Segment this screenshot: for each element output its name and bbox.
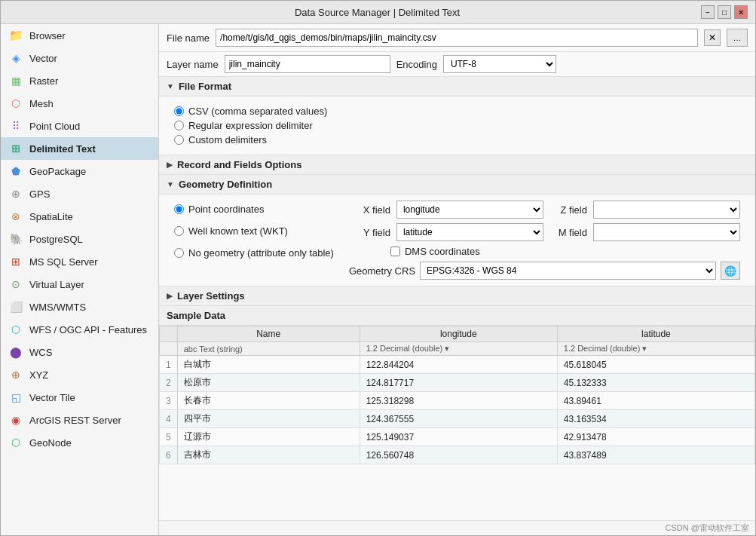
row-num: 6 xyxy=(160,446,178,464)
cell-name: 四平市 xyxy=(177,410,360,428)
cell-latitude: 43.163534 xyxy=(557,410,754,428)
sidebar-item-geonode[interactable]: ⬡GeoNode xyxy=(1,431,158,454)
sidebar-item-browser[interactable]: 📁Browser xyxy=(1,24,158,47)
encoding-select[interactable]: UTF-8 xyxy=(443,55,556,73)
no-geometry-radio[interactable] xyxy=(174,248,184,258)
postgres-icon: 🐘 xyxy=(8,231,23,247)
sidebar-item-pointcloud[interactable]: ⠿Point Cloud xyxy=(1,115,158,137)
col-header-longitude: longitude xyxy=(360,326,557,342)
sidebar-item-spatialite[interactable]: ⊗SpatiaLite xyxy=(1,205,158,228)
csv-radio[interactable] xyxy=(174,106,184,116)
watermark: CSDN @雷动软件工室 xyxy=(159,520,755,535)
col-header-latitude: latitude xyxy=(557,326,754,342)
cell-name: 松原市 xyxy=(177,374,360,392)
close-button[interactable]: ✕ xyxy=(734,5,748,19)
sidebar-item-mssql[interactable]: ⊞MS SQL Server xyxy=(1,250,158,273)
sidebar-item-delimited[interactable]: ⊞Delimited Text xyxy=(1,137,158,160)
geometry-title: Geometry Definition xyxy=(179,179,272,190)
record-fields-title: Record and Fields Options xyxy=(177,159,301,170)
clear-file-button[interactable]: ✕ xyxy=(704,29,721,46)
main-window: Data Source Manager | Delimited Text − □… xyxy=(0,0,756,536)
geometry-content: Point coordinates Well known text (WKT) … xyxy=(159,194,755,286)
title-bar: Data Source Manager | Delimited Text − □… xyxy=(1,1,755,24)
crs-settings-button[interactable]: 🌐 xyxy=(721,262,740,280)
sidebar-item-xyz[interactable]: ⊕XYZ xyxy=(1,363,158,386)
sidebar-item-postgresql[interactable]: 🐘PostgreSQL xyxy=(1,228,158,250)
mssql-icon: ⊞ xyxy=(8,254,23,269)
dms-row: DMS coordinates xyxy=(390,246,740,257)
sidebar-label-geonode: GeoNode xyxy=(29,437,72,449)
regex-radio[interactable] xyxy=(174,121,184,130)
sidebar-item-arcgis[interactable]: ◉ArcGIS REST Server xyxy=(1,409,158,431)
sidebar-item-wfs[interactable]: ⬡WFS / OGC API - Features xyxy=(1,318,158,341)
sidebar-item-geopackage[interactable]: ⬟GeoPackage xyxy=(1,160,158,182)
cell-name: 白城市 xyxy=(177,356,360,374)
wkt-radio[interactable] xyxy=(174,226,184,236)
row-num: 1 xyxy=(160,356,178,374)
delimited-icon: ⊞ xyxy=(8,141,23,156)
cell-latitude: 42.913478 xyxy=(557,428,754,446)
y-field-row: Y field latitude M field xyxy=(349,223,740,241)
sidebar-label-mesh: Mesh xyxy=(29,98,54,109)
nogeom-radio-row: No geometry (attribute only table) xyxy=(174,247,334,259)
record-fields-header[interactable]: ▶ Record and Fields Options xyxy=(159,155,755,175)
sample-data-section: Sample Data Name longitude latitude xyxy=(159,306,755,535)
cell-name: 长春市 xyxy=(177,392,360,410)
geometry-section-header[interactable]: ▼ Geometry Definition xyxy=(159,175,755,194)
file-format-header[interactable]: ▼ File Format xyxy=(159,77,755,96)
sidebar-item-mesh[interactable]: ⬡Mesh xyxy=(1,92,158,115)
layer-name-input[interactable] xyxy=(225,55,390,73)
table-row: 6 吉林市 126.560748 43.837489 xyxy=(160,446,755,464)
cell-longitude: 124.817717 xyxy=(360,374,557,392)
layer-settings-header[interactable]: ▶ Layer Settings xyxy=(159,286,755,306)
record-fields-arrow: ▶ xyxy=(167,161,173,169)
sidebar-label-spatialite: SpatiaLite xyxy=(29,211,73,222)
spatialite-icon: ⊗ xyxy=(8,209,23,224)
point-coords-label: Point coordinates xyxy=(188,204,264,215)
cell-latitude: 45.618045 xyxy=(557,356,754,374)
cell-latitude: 43.837489 xyxy=(557,446,754,464)
sidebar-item-wcs[interactable]: ⬤WCS xyxy=(1,341,158,363)
layer-name-row: Layer name Encoding UTF-8 xyxy=(159,52,755,77)
table-header-row: Name longitude latitude xyxy=(160,326,755,342)
row-num: 3 xyxy=(160,392,178,410)
dms-checkbox[interactable] xyxy=(390,247,400,256)
z-field-select[interactable] xyxy=(593,201,740,219)
layer-name-label: Layer name xyxy=(167,59,219,70)
table-subheader-row: abc Text (string) 1.2 Decimal (double) ▾… xyxy=(160,342,755,356)
y-field-select[interactable]: latitude xyxy=(396,223,543,241)
sidebar-label-delimited: Delimited Text xyxy=(29,143,96,155)
wkt-radio-row: Well known text (WKT) xyxy=(174,225,334,237)
table-row: 5 辽源市 125.149037 42.913478 xyxy=(160,428,755,446)
m-field-select[interactable] xyxy=(593,223,740,241)
custom-delimiter-radio[interactable] xyxy=(174,135,184,145)
point-coords-radio[interactable] xyxy=(174,204,184,214)
browse-file-button[interactable]: … xyxy=(727,29,748,47)
regex-label: Regular expression delimiter xyxy=(188,120,313,131)
sidebar-item-vectortile[interactable]: ◱Vector Tile xyxy=(1,386,158,409)
sidebar-item-virtual[interactable]: ⊙Virtual Layer xyxy=(1,273,158,296)
minimize-button[interactable]: − xyxy=(701,5,715,19)
x-field-row: X field longitude Z field xyxy=(349,201,740,219)
cell-longitude: 125.318298 xyxy=(360,392,557,410)
row-num: 5 xyxy=(160,428,178,446)
col-subheader-longitude: 1.2 Decimal (double) ▾ xyxy=(360,342,557,356)
sidebar-item-vector[interactable]: ◈Vector xyxy=(1,47,158,69)
sample-data-table: Name longitude latitude abc Text (string… xyxy=(159,326,755,464)
sidebar-item-raster[interactable]: ▦Raster xyxy=(1,69,158,92)
maximize-button[interactable]: □ xyxy=(718,5,731,19)
x-field-select[interactable]: longitude xyxy=(396,201,543,219)
crs-select[interactable]: EPSG:4326 - WGS 84 xyxy=(420,262,716,280)
sample-data-table-wrapper[interactable]: Name longitude latitude abc Text (string… xyxy=(159,326,755,520)
sidebar-label-arcgis: ArcGIS REST Server xyxy=(29,415,121,426)
window-controls: − □ ✕ xyxy=(701,5,748,19)
vectortile-icon: ◱ xyxy=(8,390,23,405)
cell-latitude: 45.132333 xyxy=(557,374,754,392)
arcgis-icon: ◉ xyxy=(8,412,23,427)
col-header-name: Name xyxy=(177,326,360,342)
sidebar-item-wms[interactable]: ⬜WMS/WMTS xyxy=(1,296,158,318)
geometry-right: X field longitude Z field Y field xyxy=(349,201,740,280)
sidebar-item-gps[interactable]: ⊕GPS xyxy=(1,182,158,205)
file-name-input[interactable] xyxy=(216,29,698,47)
geonode-icon: ⬡ xyxy=(8,435,23,450)
